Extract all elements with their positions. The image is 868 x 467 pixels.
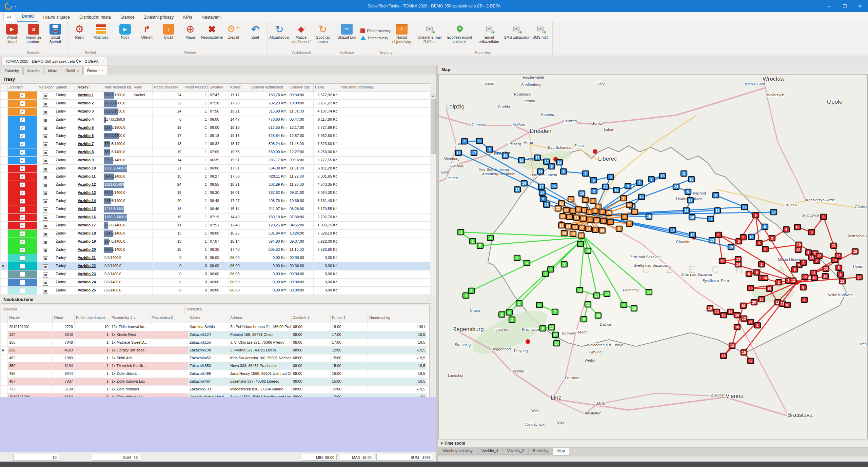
export-checkbox-cell[interactable] [37,157,54,164]
show-checkbox[interactable] [20,288,25,293]
vehicle-color-cell[interactable] [8,254,37,262]
stop-marker-red[interactable]: 10 [794,224,801,230]
vehicle-name-cell[interactable]: Vozidlo 12 [76,181,103,189]
vehicle-name-link[interactable]: Vozidlo 23 [78,272,96,276]
sms-ridic-button[interactable]: ✉➜SMS řidič [530,22,551,40]
column-header-Konec 1[interactable]: Konec 1 [331,314,368,323]
vehicle-name-link[interactable]: Vozidlo 24 [78,280,96,284]
stop-marker-orange[interactable]: 3 [592,208,598,214]
lock-cell[interactable]: Žádný [54,197,76,205]
stop-marker-blue[interactable]: 16 [537,169,544,174]
export-checkbox[interactable] [43,159,48,164]
stop-marker-orange[interactable]: 23 [563,207,569,213]
export-checkbox[interactable] [43,175,48,180]
show-checkbox[interactable]: ✔ [20,134,25,139]
vehicle-name-link[interactable]: Vozidlo 25 [78,288,96,292]
stop-marker-green[interactable]: 9 [581,317,587,322]
minimize-button[interactable]: – [821,0,837,12]
vehicle-name-cell[interactable]: Vozidlo 14 [76,197,103,205]
stop-marker-orange[interactable]: 21 [573,215,579,220]
vehicle-color-cell[interactable]: ✔ [8,197,37,205]
unserved-order-row[interactable]: 155704811x Matrace SweetD...Zákazník155J… [1,339,429,347]
stop-marker-blue[interactable]: 2 [591,188,597,194]
stop-marker-orange[interactable]: 13 [594,218,600,223]
close-icon[interactable]: × [77,69,79,73]
tab-zakázky[interactable]: Zakázky [1,67,23,75]
vehicle-color-cell[interactable]: ✔ [8,92,37,99]
stop-marker-green[interactable]: 9 [540,326,546,331]
vehicle-row[interactable]: ✔ŽádnýVozidlo 5529,5/1500,019106:0018:16… [1,124,431,132]
stop-marker-blue[interactable]: 17 [687,198,693,203]
vehicle-row[interactable]: ✔ŽádnýVozidlo 9535,5/1400,014106:3515:51… [1,157,431,165]
column-header-Na export[interactable]: Na export [37,84,54,91]
vehicle-row[interactable]: ✔ŽádnýVozidlo 3831,0/1350,024107:5019:21… [1,108,431,116]
vehicle-color-cell[interactable]: ✔ [8,157,37,164]
stop-marker-red[interactable]: 2 [758,262,765,267]
lock-cell[interactable]: Žádný [54,230,76,238]
stop-marker-blue[interactable]: 6 [713,192,719,198]
column-header-Zobrazit[interactable]: Zobrazit [8,84,37,91]
driver-cell[interactable]: Kachel [132,92,153,99]
stop-marker-red[interactable]: 16 [809,255,815,260]
vehicle-name-link[interactable]: Vozidlo 2 [78,101,94,105]
export-checkbox[interactable] [43,94,48,99]
stop-marker-red[interactable]: 13 [714,309,720,314]
stop-marker-red[interactable]: 12 [741,316,747,321]
column-header-Konec[interactable]: Konec [229,84,249,91]
column-header-Začátek[interactable]: Začátek [209,84,229,91]
column-header-Název[interactable]: Název [76,84,103,91]
show-checkbox[interactable]: ✔ [20,223,25,228]
show-checkbox[interactable]: ✔ [20,101,25,106]
vehicle-color-cell[interactable] [8,270,37,278]
vehicle-name-cell[interactable]: Vozidlo 7 [76,140,103,148]
export-checkbox[interactable] [43,110,48,115]
vehicle-color-cell[interactable] [8,279,37,286]
show-checkbox[interactable]: ✔ [20,150,25,155]
show-checkbox[interactable]: ✔ [20,125,25,130]
vehicle-name-link[interactable]: Vozidlo 3 [78,109,94,113]
stop-marker-green[interactable]: 3 [468,288,474,293]
lock-cell[interactable]: Žádný [54,214,76,221]
unserved-order-row[interactable]: 496904411x Židle dětskáZákazník496Jana H… [1,370,429,378]
export-checkbox[interactable] [43,183,48,188]
matice-vzdalenosti-button[interactable]: ◆↔Matice vzdáleností [291,22,312,44]
stop-marker-blue[interactable]: 16 [670,227,676,233]
stop-marker-red[interactable]: 6 [753,212,759,218]
lock-cell[interactable]: Žádný [54,165,76,172]
stop-marker-blue[interactable]: 10 [689,215,695,220]
vehicle-name-link[interactable]: Vozidlo 9 [78,158,94,162]
stop-marker-red[interactable]: 11 [727,309,733,314]
export-checkbox-cell[interactable] [37,238,54,246]
stop-marker-red[interactable]: 17 [856,275,862,280]
vehicle-name-link[interactable]: Vozidlo 11 [78,174,96,178]
vehicle-name-cell[interactable]: Vozidlo 4 [76,116,103,124]
stop-marker-red[interactable]: 3 [801,297,807,303]
stop-marker-green[interactable]: 2 [516,301,522,306]
lock-cell[interactable]: Žádný [54,254,76,262]
export-checkbox-cell[interactable] [37,148,54,156]
resit-button[interactable]: ⚙Řešit [69,22,90,40]
driver-cell[interactable] [132,287,153,295]
stop-marker-orange[interactable]: 22 [579,225,585,230]
close-icon[interactable]: × [102,59,104,63]
show-checkbox[interactable]: ✔ [20,207,25,212]
stop-marker-green[interactable]: 16 [577,287,583,293]
mapa-button[interactable]: ⊕Mapa [180,22,201,40]
tab-místa[interactable]: Místa [44,67,61,75]
vehicle-color-cell[interactable]: ✔ [8,214,37,221]
stop-marker-red[interactable]: 14 [735,262,741,267]
lock-cell[interactable]: Žádný [54,116,76,124]
driver-cell[interactable] [132,230,153,238]
stop-marker-red[interactable]: 16 [734,312,740,318]
stop-marker-blue[interactable]: 16 [742,204,748,210]
column-header-Hmotnost kg[interactable]: Hmotnost kg [368,314,427,323]
vehicle-name-cell[interactable]: Vozidlo 8 [76,148,103,156]
file-menu-icon[interactable]: ≣▾ [3,13,14,21]
stop-marker-red[interactable]: 12 [839,279,845,284]
unserved-order-row[interactable]: 201910100127291012x Židle barová ko...Ka… [1,323,429,331]
vehicle-name-cell[interactable]: Vozidlo 2 [76,100,103,107]
stop-marker-blue[interactable]: 18 [748,234,754,240]
tab-řidiči[interactable]: Řidiči× [62,67,83,75]
driver-cell[interactable] [132,173,153,181]
stop-marker-green[interactable]: 11 [585,302,591,307]
